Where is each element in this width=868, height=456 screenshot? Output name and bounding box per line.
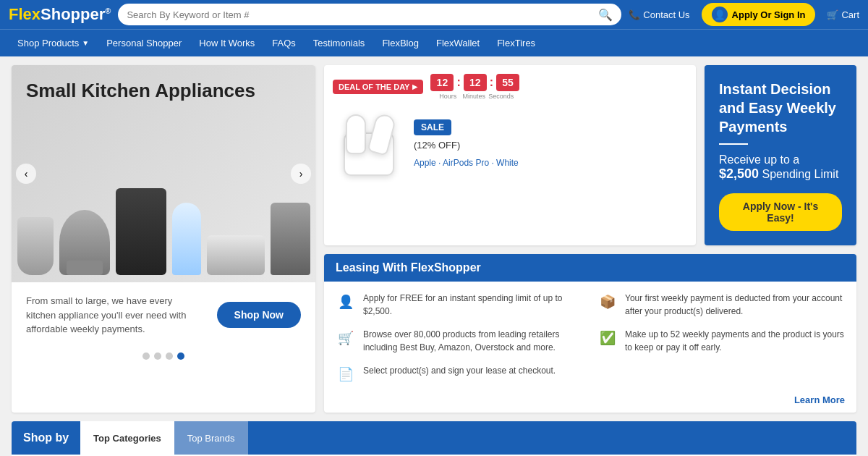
- leasing-text-3: Select product(s) and sign your lease at…: [363, 364, 556, 377]
- timer-minutes-label: Minutes: [462, 93, 485, 100]
- nav-personal-shopper[interactable]: Personal Shopper: [98, 30, 190, 57]
- apply-now-button[interactable]: Apply Now - It's Easy!: [719, 193, 842, 231]
- nav-bar: Shop Products ▼ Personal Shopper How It …: [0, 29, 868, 56]
- contact-us-label: Contact Us: [643, 9, 689, 20]
- timer-hours-label: Hours: [436, 93, 459, 100]
- logo-flex: Flex: [9, 5, 41, 23]
- leasing-text-5: Make up to 52 weekly payments and the pr…: [625, 328, 845, 354]
- user-icon: 👤: [712, 7, 728, 22]
- cart-button[interactable]: 🛒 Cart: [827, 9, 859, 20]
- banner-title: Small Kitchen Appliances: [26, 80, 255, 102]
- leasing-item-4: 📦 Your first weekly payment is deducted …: [597, 292, 845, 318]
- apply-label: Apply Or Sign In: [732, 9, 806, 20]
- banner-dots: [12, 348, 315, 368]
- nav-shop-products-label: Shop Products: [17, 38, 79, 48]
- leasing-item-1: 👤 Apply for FREE for an instant spending…: [336, 292, 583, 318]
- banner-description: From small to large, we have every kitch…: [26, 294, 192, 337]
- stand-mixer-appliance: [59, 210, 110, 275]
- timer-sep-1: :: [456, 76, 460, 89]
- search-bar[interactable]: 🔍: [118, 4, 621, 25]
- timer-seconds: 55: [496, 74, 519, 91]
- coffee-maker-appliance: [116, 188, 166, 275]
- cart-icon: 🛒: [827, 9, 838, 20]
- nav-how-it-works-label: How It Works: [199, 38, 255, 48]
- timer-minutes: 12: [464, 74, 487, 91]
- banner-next-button[interactable]: ›: [291, 164, 311, 184]
- deal-body: SALE (12% OFF) Apple · AirPods Pro · Whi…: [333, 107, 687, 180]
- nav-flextires-label: FlexTires: [497, 38, 535, 48]
- instant-divider: [719, 143, 748, 145]
- leasing-item-5: ✅ Make up to 52 weekly payments and the …: [597, 328, 845, 354]
- nav-how-it-works[interactable]: How It Works: [190, 30, 263, 57]
- main-content: Small Kitchen Appliances: [0, 56, 868, 421]
- leasing-card: Leasing With FlexShopper 👤 Apply for FRE…: [324, 254, 856, 413]
- shop-now-button[interactable]: Shop Now: [217, 302, 301, 328]
- banner-bottom: From small to large, we have every kitch…: [12, 282, 315, 348]
- banner-dot-1[interactable]: [142, 352, 150, 360]
- toaster-appliance: [207, 214, 265, 275]
- nav-faqs-label: FAQs: [272, 38, 296, 48]
- banner-image: Small Kitchen Appliances: [12, 65, 315, 282]
- learn-more-link[interactable]: Learn More: [324, 394, 856, 413]
- deal-badge: DEAL OF THE DAY: [333, 80, 423, 94]
- leasing-header: Leasing With FlexShopper: [324, 254, 856, 282]
- payment-icon: 📦: [597, 292, 618, 312]
- top-bar: FlexShopper® 🔍 📞 Contact Us 👤 Apply Or S…: [0, 0, 868, 29]
- top-right-actions: 📞 Contact Us 👤 Apply Or Sign In 🛒 Cart: [629, 3, 859, 26]
- search-icon[interactable]: 🔍: [598, 8, 613, 22]
- nav-shop-products[interactable]: Shop Products ▼: [9, 30, 98, 57]
- thermal-pot-appliance: [271, 203, 310, 275]
- leasing-text-4: Your first weekly payment is deducted fr…: [625, 292, 845, 318]
- banner-prev-button[interactable]: ‹: [16, 164, 36, 184]
- apply-signin-button[interactable]: 👤 Apply Or Sign In: [702, 3, 816, 26]
- deal-info: SALE (12% OFF) Apple · AirPods Pro · Whi…: [414, 119, 687, 168]
- shop-by-header: Shop by Top Categories Top Brands: [12, 421, 856, 455]
- leasing-body: 👤 Apply for FREE for an instant spending…: [324, 282, 856, 394]
- nav-personal-shopper-label: Personal Shopper: [106, 38, 182, 48]
- airpod-left-shape: [346, 114, 366, 154]
- nav-flextires[interactable]: FlexTires: [488, 30, 544, 57]
- banner-dot-3[interactable]: [166, 352, 173, 360]
- search-input[interactable]: [127, 9, 598, 20]
- nav-faqs[interactable]: FAQs: [263, 30, 305, 57]
- instant-amount: $2,500: [719, 166, 759, 181]
- nav-testimonials[interactable]: Testimonials: [305, 30, 374, 57]
- banner-dot-4[interactable]: [177, 352, 184, 360]
- leasing-text-1: Apply for FREE for an instant spending l…: [363, 292, 583, 318]
- contact-us-button[interactable]: 📞 Contact Us: [629, 9, 689, 20]
- check-icon: ✅: [597, 328, 618, 348]
- deal-of-day-card: DEAL OF THE DAY 12 : 12 : 55 Hours Minut…: [324, 65, 696, 245]
- cart-label: Cart: [841, 9, 859, 20]
- tab-categories-button[interactable]: Top Categories: [80, 421, 174, 455]
- instant-title: Instant Decision and Easy Weekly Payment…: [719, 80, 842, 136]
- document-icon: 📄: [336, 364, 356, 384]
- banner-dot-2[interactable]: [154, 352, 161, 360]
- instant-decision-card: Instant Decision and Easy Weekly Payment…: [705, 65, 856, 245]
- logo[interactable]: FlexShopper®: [9, 5, 111, 24]
- iron-appliance: [17, 217, 54, 275]
- tab-brands-button[interactable]: Top Brands: [174, 421, 248, 455]
- nav-flexwallet-label: FlexWallet: [436, 38, 480, 48]
- leasing-text-2: Browse over 80,000 products from leading…: [363, 328, 583, 354]
- nav-flexwallet[interactable]: FlexWallet: [427, 30, 488, 57]
- person-icon: 👤: [336, 292, 356, 312]
- airpods-image: [333, 107, 405, 180]
- banner-card: Small Kitchen Appliances: [12, 65, 315, 413]
- right-column: DEAL OF THE DAY 12 : 12 : 55 Hours Minut…: [324, 65, 856, 413]
- nav-flexblog-label: FlexBlog: [382, 38, 419, 48]
- leasing-item-3: 📄 Select product(s) and sign your lease …: [336, 364, 583, 384]
- product-link[interactable]: Apple · AirPods Pro · White: [414, 158, 687, 168]
- shop-by-section: Shop by Top Categories Top Brands: [12, 421, 856, 456]
- sale-badge: SALE: [414, 119, 451, 135]
- discount-text: (12% OFF): [414, 140, 687, 151]
- deal-row: DEAL OF THE DAY 12 : 12 : 55 Hours Minut…: [324, 65, 856, 245]
- timer-group: 12 : 12 : 55 Hours Minutes Seconds: [430, 74, 519, 100]
- deal-header: DEAL OF THE DAY 12 : 12 : 55 Hours Minut…: [333, 74, 687, 100]
- timer-seconds-label: Seconds: [488, 93, 514, 100]
- cart-browse-icon: 🛒: [336, 328, 356, 348]
- chevron-down-icon: ▼: [82, 39, 89, 47]
- timer: 12 : 12 : 55: [430, 74, 519, 91]
- timer-sep-2: :: [490, 76, 493, 89]
- leasing-item-2: 🛒 Browse over 80,000 products from leadi…: [336, 328, 583, 354]
- nav-flexblog[interactable]: FlexBlog: [373, 30, 427, 57]
